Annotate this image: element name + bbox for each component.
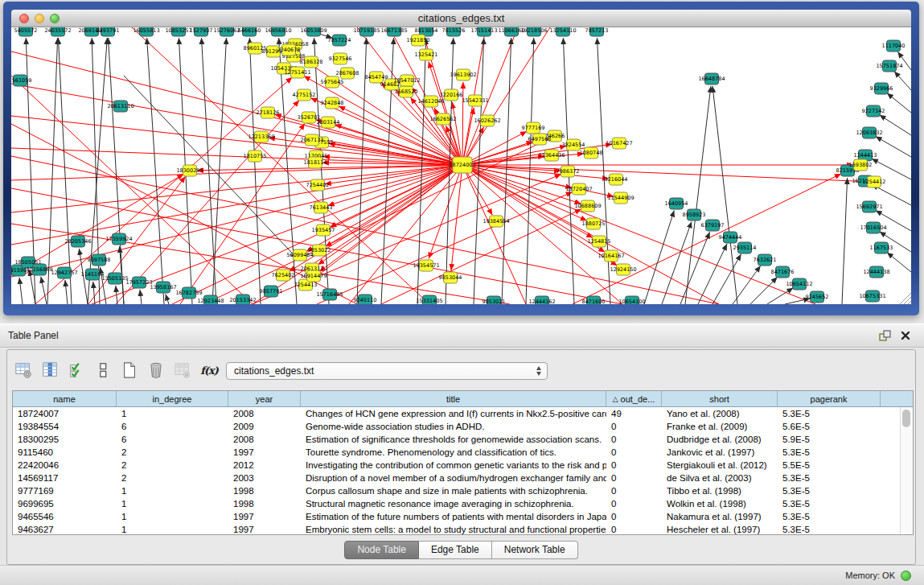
network-node[interactable]: 16026262 [474, 115, 500, 126]
scrollbar-thumb[interactable] [902, 410, 910, 427]
column-header-pagerank[interactable]: pagerank [778, 391, 881, 406]
table-cell[interactable]: Wolkin et al. (1998) [662, 499, 778, 509]
network-edge[interactable] [11, 116, 462, 165]
table-cell[interactable]: Stergiakouli et al. (2012) [662, 460, 778, 470]
table-row[interactable]: 946554611997Estimation of the future num… [13, 510, 913, 523]
table-cell[interactable]: 0 [606, 525, 662, 534]
table-row[interactable]: 911546021997Tourette syndrome. Phenomeno… [13, 446, 913, 459]
network-node[interactable]: 3216044 [605, 174, 628, 185]
table-row[interactable]: 1830029562008Estimation of significance … [13, 433, 913, 446]
network-node[interactable]: 15692971 [856, 201, 882, 212]
network-node[interactable]: 12093832 [856, 127, 882, 138]
delete-table-icon[interactable] [146, 360, 166, 380]
network-edge[interactable] [147, 38, 164, 304]
table-row[interactable]: 2242004622012Investigating the contribut… [13, 459, 913, 472]
network-edge[interactable] [842, 178, 848, 304]
vertical-scrollbar[interactable] [900, 407, 913, 534]
network-node[interactable]: 12924150 [610, 264, 636, 275]
network-node[interactable]: 15331405 [416, 295, 442, 304]
table-cell[interactable]: 6 [117, 435, 228, 444]
network-node[interactable]: 20153342 [229, 295, 256, 304]
network-edge[interactable] [887, 253, 911, 272]
table-cell[interactable]: 2012 [228, 460, 301, 470]
network-edge[interactable] [713, 86, 737, 304]
network-node[interactable]: 17151413 [470, 27, 497, 36]
table-cell[interactable]: 2008 [228, 409, 301, 418]
network-edge[interactable] [65, 280, 68, 304]
network-edge[interactable] [41, 277, 47, 304]
table-row[interactable]: 1872400712008Changes of HCN gene express… [13, 407, 913, 420]
float-panel-icon[interactable] [877, 329, 892, 342]
network-node[interactable]: 16648784 [698, 73, 725, 84]
network-edge[interactable] [880, 115, 911, 135]
network-node[interactable]: 24035572 [44, 27, 71, 36]
network-node[interactable]: 16671385 [380, 27, 407, 36]
network-canvas[interactable]: 5405572240355722069140624937911605581310… [11, 27, 911, 304]
minimize-window-button[interactable] [35, 14, 44, 23]
table-cell[interactable]: Estimation of significance thresholds fo… [301, 435, 606, 444]
table-cell[interactable]: Corpus callosum shape and size in male p… [301, 486, 606, 496]
table-cell[interactable]: 5.9E-5 [778, 435, 881, 444]
table-cell[interactable]: 1 [117, 486, 228, 496]
close-window-button[interactable] [19, 14, 29, 23]
network-node[interactable]: 9227342 [862, 105, 885, 117]
table-row[interactable]: 946362711997Embryonic stem cells: a mode… [13, 523, 913, 535]
network-edge[interactable] [140, 290, 142, 304]
network-node[interactable]: 9474444 [719, 232, 742, 243]
network-node[interactable]: 9245652 [806, 291, 829, 303]
network-node[interactable]: 7632621 [754, 254, 777, 266]
tab-edge-table[interactable]: Edge Table [419, 541, 492, 559]
table-row[interactable]: 969969511998Structural magnetic resonanc… [13, 497, 913, 510]
network-node[interactable]: 15751874 [876, 60, 902, 72]
network-node[interactable]: 13958167 [150, 282, 176, 293]
table-cell[interactable]: Investigating the contribution of common… [301, 460, 606, 470]
table-cell[interactable]: 2 [117, 447, 228, 457]
network-node[interactable]: 19384554 [483, 216, 509, 227]
network-node[interactable]: 18724007 [449, 157, 475, 173]
table-cell[interactable]: 9699695 [13, 499, 117, 509]
column-header-out_de[interactable]: △out_de... [606, 391, 662, 406]
column-header-in_degree[interactable]: in_degree [117, 391, 228, 406]
network-edge[interactable] [502, 38, 511, 304]
network-edge[interactable] [698, 244, 727, 304]
table-cell[interactable]: Disruption of a novel member of a sodium… [301, 473, 606, 483]
network-node[interactable]: 7857224 [328, 35, 351, 46]
resize-grip-icon[interactable] [900, 293, 911, 304]
table-cell[interactable]: 1 [117, 512, 228, 521]
network-edge[interactable] [319, 165, 462, 272]
column-header-name[interactable]: name [13, 391, 117, 406]
tab-network-table[interactable]: Network Table [492, 541, 578, 559]
table-cell[interactable]: 2009 [228, 422, 301, 431]
table-cell[interactable]: 1997 [228, 447, 301, 457]
network-edge[interactable] [462, 165, 867, 182]
table-cell[interactable]: 49 [606, 409, 662, 418]
network-node[interactable]: 2718126 [257, 107, 280, 118]
network-node[interactable]: 1325421 [415, 49, 438, 60]
network-node[interactable]: 1810755 [244, 150, 267, 162]
network-node[interactable]: 9853044 [439, 272, 462, 283]
network-graph[interactable]: 5405572240355722069140624937911605581310… [11, 27, 911, 304]
network-node[interactable]: 2493791 [97, 27, 120, 36]
table-cell[interactable]: 9777169 [13, 486, 117, 496]
network-node[interactable]: 19354571 [413, 260, 439, 271]
network-node[interactable]: 15276062 [213, 27, 240, 36]
network-node[interactable]: 10688609 [574, 200, 601, 212]
network-edge[interactable] [11, 51, 462, 165]
network-node[interactable]: 7613443 [310, 202, 333, 213]
table-cell[interactable]: 9115460 [13, 447, 117, 457]
table-cell[interactable]: 2 [117, 473, 228, 483]
network-node[interactable]: 9329966 [870, 83, 893, 94]
table-cell[interactable]: Yano et al. (2008) [662, 409, 778, 418]
table-cell[interactable]: 0 [606, 435, 662, 444]
network-node[interactable]: 1117040 [882, 40, 906, 51]
network-edge[interactable] [876, 136, 911, 157]
tab-node-table[interactable]: Node Table [344, 541, 419, 559]
network-edge[interactable] [47, 38, 58, 304]
network-edge[interactable] [381, 209, 581, 304]
network-node[interactable]: 12942757 [51, 267, 77, 278]
table-cell[interactable]: 0 [606, 473, 662, 483]
network-node[interactable]: 8471676 [771, 266, 795, 278]
table-cell[interactable]: Estimation of the future numbers of pati… [301, 512, 606, 521]
table-cell[interactable]: 9465546 [13, 512, 117, 521]
table-cell[interactable]: Tibbo et al. (1998) [662, 486, 778, 496]
